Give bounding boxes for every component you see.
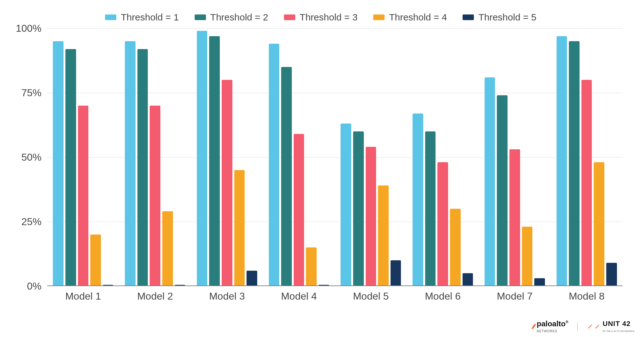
brand1-text: paloalto [537,319,566,328]
bar [65,49,76,286]
y-tick-label: 50% [21,152,47,163]
y-tick-label: 25% [21,216,47,228]
bar-group [47,28,119,286]
bar-group [407,28,479,286]
legend-swatch [284,14,295,20]
unit42-mark-icon: ⟋⟋ [586,323,601,330]
bar [378,185,389,286]
footer-branding: ⁄⁄⁄ paloalto® NETWORKS ⟋⟋ UNIT 42 BY PAL… [533,320,635,333]
legend-label: Threshold = 1 [121,12,179,23]
x-tick-label: Model 7 [479,289,551,302]
paloalto-mark-icon: ⁄⁄⁄ [533,323,534,330]
bars [125,28,185,286]
bar [234,170,245,286]
y-tick-label: 0% [27,280,47,292]
bar-group [335,28,407,286]
legend-swatch [105,14,116,20]
legend-item: Threshold = 2 [195,12,268,23]
bar [281,67,292,286]
bar [306,247,317,286]
bars [413,28,473,286]
bar [497,95,508,286]
bar [353,131,364,286]
bar [485,77,495,286]
bar-group [263,28,335,286]
bar [137,49,148,286]
bar [209,36,220,286]
legend-label: Threshold = 4 [389,12,447,23]
bars [53,28,113,286]
bar [509,149,520,286]
legend-swatch [463,14,474,20]
bar [569,41,580,286]
bar [437,162,448,286]
x-tick-label: Model 8 [551,289,623,302]
bar-groups [47,28,623,286]
bar [366,147,376,286]
bar [222,80,232,286]
brand2-sub: BY PALO ALTO NETWORKS [603,330,635,332]
bar [341,124,351,286]
x-tick-label: Model 2 [119,289,191,302]
bars [341,28,401,286]
bars [197,28,257,286]
bar [557,36,567,286]
plot-area: 0%25%50%75%100% [47,28,623,286]
bar [594,162,604,286]
bar [247,271,257,286]
bar [425,131,436,286]
y-tick-label: 100% [16,23,47,34]
legend-label: Threshold = 3 [300,12,358,23]
bar-group [119,28,191,286]
x-axis-line [47,285,623,286]
bar [90,235,101,286]
y-tick-label: 75% [21,87,47,99]
paloalto-logo: ⁄⁄⁄ paloalto® NETWORKS [533,320,569,333]
legend: Threshold = 1Threshold = 2Threshold = 3T… [13,6,629,28]
bar [150,106,160,286]
bar-group [551,28,623,286]
x-tick-label: Model 1 [47,289,119,302]
chart-container: Threshold = 1Threshold = 2Threshold = 3T… [13,6,629,318]
bar-group [479,28,551,286]
legend-swatch [373,14,385,20]
bar [269,44,280,286]
bars [557,28,617,286]
bar [522,227,533,286]
x-tick-label: Model 4 [263,289,335,302]
x-tick-label: Model 6 [407,289,479,302]
bars [485,28,545,286]
legend-item: Threshold = 4 [373,12,447,23]
bar [197,31,208,286]
bars [269,28,329,286]
legend-item: Threshold = 3 [284,12,358,23]
brand1-sub: NETWORKS [537,329,558,333]
bar [294,134,304,286]
bar [413,113,423,286]
legend-item: Threshold = 1 [105,12,179,23]
bar-group [191,28,263,286]
bar [581,80,592,286]
trademark-symbol: ® [566,320,569,324]
x-tick-label: Model 3 [191,289,263,302]
bar [391,260,401,286]
bar [162,211,173,286]
x-axis-labels: Model 1Model 2Model 3Model 4Model 5Model… [47,289,623,302]
bar [450,209,461,286]
bar [534,278,545,286]
bar [53,41,64,286]
legend-item: Threshold = 5 [463,12,536,23]
divider [577,322,578,331]
bar [78,106,89,286]
unit42-logo: ⟋⟋ UNIT 42 BY PALO ALTO NETWORKS [586,320,635,333]
legend-label: Threshold = 2 [210,12,268,23]
bar [606,263,617,286]
x-tick-label: Model 5 [335,289,407,302]
bar [125,41,136,286]
bar [463,273,473,286]
legend-label: Threshold = 5 [478,12,536,23]
legend-swatch [195,14,206,20]
brand2-text: UNIT 42 [603,320,631,328]
